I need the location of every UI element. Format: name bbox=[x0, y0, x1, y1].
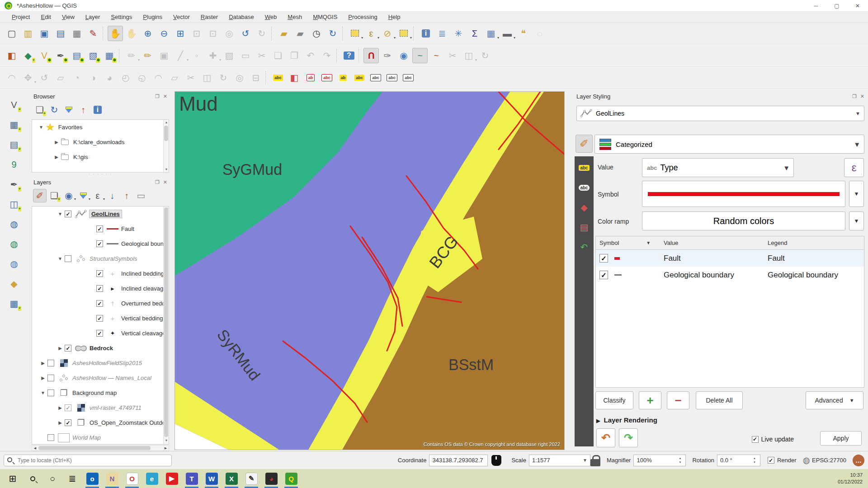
pan-map-button[interactable]: ✋ bbox=[108, 26, 123, 41]
labels-tab-button[interactable]: abc bbox=[577, 161, 591, 174]
layer-item-overturned-bedding[interactable]: ✓†Overturned bedding bbox=[32, 296, 169, 311]
layer-checkbox[interactable]: ✓ bbox=[65, 345, 71, 352]
refresh-map-button[interactable]: ↻ bbox=[325, 26, 340, 41]
select-features-button[interactable]: ▾ bbox=[347, 26, 363, 41]
layer-checkbox[interactable] bbox=[47, 375, 54, 381]
select-by-location-button[interactable]: ▾ bbox=[396, 26, 411, 41]
layer-checkbox[interactable]: ✓ bbox=[96, 225, 103, 232]
layer-checkbox[interactable]: ✓ bbox=[96, 300, 103, 307]
style-undo-button[interactable]: ↶ bbox=[596, 428, 615, 447]
youtube-app[interactable]: ▶ bbox=[162, 469, 182, 488]
zoom-last-button[interactable]: ↺ bbox=[238, 26, 253, 41]
new-spatial-bookmark-button[interactable]: ▰ bbox=[276, 26, 292, 41]
layer-item-vml-raster-4749711[interactable]: ▶✓vml-raster_4749711 bbox=[32, 400, 169, 415]
crs-status[interactable]: EPSG:27700 bbox=[812, 457, 846, 464]
value-expression-button[interactable]: ε bbox=[844, 158, 864, 177]
categories-table-header[interactable]: Symbol▼ Value Legend bbox=[596, 236, 864, 250]
expander-icon[interactable]: ▼ bbox=[56, 256, 65, 261]
category-row-geological-boundary[interactable]: ✓Geological boundaryGeological boundary bbox=[596, 267, 864, 283]
add-mesh-layer-button[interactable]: ▤+ bbox=[6, 137, 22, 152]
help-button[interactable]: ? bbox=[341, 48, 357, 63]
filter-browser-button[interactable] bbox=[62, 103, 75, 117]
layer-item-os-open-zoomstack-outdo[interactable]: ▶✓❐OS_Open_Zoomstack Outdo bbox=[32, 415, 169, 430]
save-project-button[interactable]: ▣ bbox=[37, 26, 52, 41]
menu-edit[interactable]: Edit bbox=[35, 13, 56, 21]
layer-checkbox[interactable]: ✓ bbox=[65, 211, 71, 217]
add-wms-layer-button[interactable]: ◍ bbox=[6, 216, 22, 232]
maximize-button[interactable]: ▢ bbox=[826, 0, 847, 11]
add-arcgis-layer-button[interactable]: ◆ bbox=[6, 276, 22, 291]
expander-icon[interactable]: ▶ bbox=[56, 420, 65, 425]
browser-item-k-gis[interactable]: ▶K:\gis bbox=[32, 150, 169, 164]
enable-snapping-button[interactable]: U bbox=[363, 48, 379, 63]
opera-app[interactable]: O bbox=[122, 469, 142, 488]
new-virtual-layer-button[interactable]: ▦✱ bbox=[102, 48, 117, 63]
style-redo-button[interactable]: ↷ bbox=[619, 428, 638, 447]
layer-diagram-options-button[interactable]: ◧ bbox=[287, 70, 302, 85]
new-print-layout-button[interactable]: ▤ bbox=[53, 26, 68, 41]
taskbar-clock[interactable]: 10:37 01/12/2022 bbox=[838, 472, 868, 485]
category-checkbox[interactable]: ✓ bbox=[599, 271, 608, 279]
excel-app[interactable]: X bbox=[222, 469, 241, 488]
3d-view-tab-button[interactable]: ◆ bbox=[577, 201, 591, 214]
open-layer-styling-panel-button[interactable]: ✐ bbox=[33, 189, 47, 202]
styling-layer-select[interactable]: GeolLines ▼ bbox=[576, 106, 864, 121]
show-statistics-button[interactable]: Σ bbox=[467, 26, 482, 41]
menu-help[interactable]: Help bbox=[383, 13, 406, 21]
layer-checkbox[interactable]: ✓ bbox=[96, 240, 103, 247]
change-label-properties-button[interactable]: abc bbox=[401, 70, 416, 85]
advanced-button[interactable]: Advanced▼ bbox=[806, 391, 863, 409]
rotation-input[interactable]: 0.0 °▲▼ bbox=[717, 455, 760, 466]
zoom-full-extent-button[interactable]: ⊞ bbox=[173, 26, 188, 41]
menu-project[interactable]: Project bbox=[6, 13, 35, 21]
layer-checkbox[interactable]: ✓ bbox=[65, 404, 71, 411]
new-geopackage-layer-button[interactable]: ◆+ bbox=[20, 48, 36, 63]
layers-float-icon[interactable]: ❐ bbox=[155, 179, 160, 185]
layer-item-asheshollowfieldslip2015[interactable]: ▶AshesHollowFieldSlip2015 bbox=[32, 356, 169, 371]
layer-item-geological-boundary[interactable]: ✓Geological boundary bbox=[32, 236, 169, 251]
expander-icon[interactable]: ▶ bbox=[38, 361, 47, 366]
panel-splitter-handle[interactable]: · · · · · · bbox=[30, 173, 171, 176]
renderer-select[interactable]: Categorized ▼ bbox=[594, 135, 864, 154]
deselect-features-button[interactable]: ⊘▾ bbox=[380, 26, 395, 41]
remove-layer-button[interactable]: ▭ bbox=[134, 189, 148, 202]
identify-features-button[interactable]: i bbox=[418, 26, 434, 41]
new-spatialite-layer-button[interactable]: ✒✱ bbox=[53, 48, 68, 63]
add-spatialite-layer-button[interactable]: ✒+ bbox=[6, 177, 22, 192]
digitize-with-curve-button[interactable]: ~ bbox=[412, 48, 428, 63]
sticky-notes-app[interactable]: N bbox=[102, 469, 122, 488]
expander-icon[interactable]: ▶ bbox=[52, 155, 61, 160]
browser-scrollbar[interactable]: ▲ ▼ bbox=[163, 120, 169, 172]
layer-checkbox[interactable] bbox=[65, 255, 71, 262]
scale-select[interactable]: 1:1577▼ bbox=[529, 455, 590, 466]
measure-button[interactable]: ▬▾ bbox=[500, 26, 515, 41]
menu-settings[interactable]: Settings bbox=[105, 13, 137, 21]
new-mesh-layer-button[interactable]: ▤✱ bbox=[69, 48, 85, 63]
expander-icon[interactable]: ▼ bbox=[37, 125, 46, 130]
render-checkbox[interactable]: ✓Render bbox=[768, 457, 797, 464]
processing-toolbox-button[interactable]: ✳ bbox=[451, 26, 466, 41]
attributes-tab-button[interactable]: ▤ bbox=[577, 221, 591, 234]
collapse-all-button[interactable]: ↑ bbox=[76, 103, 90, 117]
menu-processing[interactable]: Processing bbox=[343, 13, 382, 21]
scale-lock-icon[interactable] bbox=[590, 459, 600, 466]
layer-item-inclined-bedding[interactable]: ✓+Inclined bedding bbox=[32, 266, 169, 281]
layer-checkbox[interactable] bbox=[47, 360, 54, 366]
edge-app[interactable]: e bbox=[142, 469, 162, 488]
browser-item-k-clare-downloads[interactable]: ▶K:\clare_downloads bbox=[32, 135, 169, 150]
task-view-button[interactable]: ≣ bbox=[62, 469, 82, 488]
layer-labeling-options-button[interactable]: abc bbox=[270, 70, 286, 85]
layer-item-vertical-cleavage[interactable]: ✓✦Vertical cleavage bbox=[32, 326, 169, 341]
layer-checkbox[interactable]: ✓ bbox=[96, 315, 103, 322]
add-xyz-layer-button[interactable]: ◍ bbox=[6, 236, 22, 252]
expander-icon[interactable]: ▶ bbox=[52, 140, 61, 145]
menu-web[interactable]: Web bbox=[259, 13, 283, 21]
start-button[interactable]: ⊞ bbox=[3, 469, 23, 488]
rotate-label-button[interactable]: abc bbox=[384, 70, 400, 85]
open-project-button[interactable]: ▥ bbox=[20, 26, 36, 41]
menu-mmqgis[interactable]: MMQGIS bbox=[307, 13, 343, 21]
close-button[interactable]: ✕ bbox=[847, 0, 868, 11]
enable-tracing-button[interactable]: ◉ bbox=[396, 48, 411, 63]
layer-item-structuralsymbols[interactable]: ▼StructuralSymbols bbox=[32, 251, 169, 266]
expander-icon[interactable]: ▶ bbox=[38, 375, 47, 380]
